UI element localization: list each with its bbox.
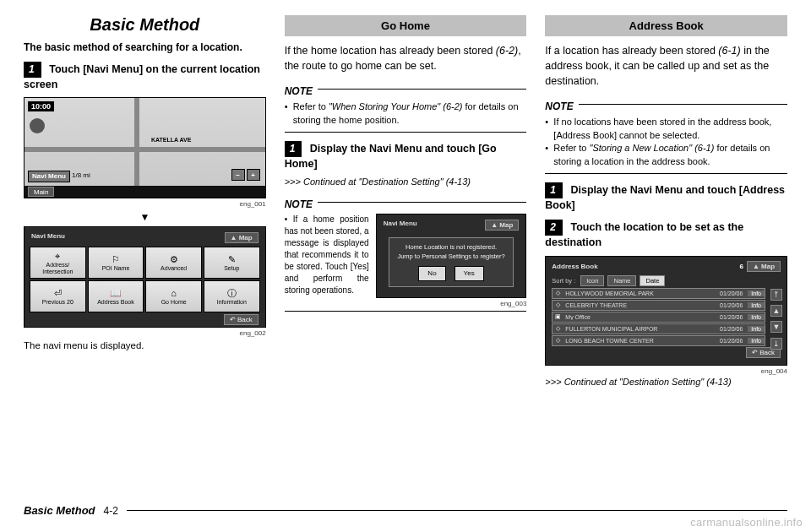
map-clock: 10:00 xyxy=(28,101,54,111)
menu-information[interactable]: ⓘInformation xyxy=(204,280,260,312)
dialog-yes-button[interactable]: Yes xyxy=(454,266,484,280)
info-button[interactable]: Info xyxy=(748,326,765,332)
page-footer: Basic Method 4-2 xyxy=(24,504,787,517)
step-1-text: Touch [Navi Menu] on the current locatio… xyxy=(24,63,260,90)
menu-setup[interactable]: ✎Setup xyxy=(204,247,260,279)
advanced-icon: ⚙ xyxy=(170,254,178,264)
image-id-2: eng_002 xyxy=(24,329,266,337)
map-road-horizontal xyxy=(24,147,265,152)
note-end-rule-2 xyxy=(285,311,527,312)
book-map-button[interactable]: ▲ Map xyxy=(747,261,781,272)
note-end-rule xyxy=(285,132,527,133)
footer-rule xyxy=(127,510,787,512)
navi-menu-button[interactable]: Navi Menu xyxy=(28,171,70,183)
page-title: Basic Method xyxy=(24,15,266,35)
compass-icon xyxy=(30,118,45,133)
menu-previous-20[interactable]: ⏎Previous 20 xyxy=(30,280,86,312)
dialog-map-button[interactable]: ▲ Map xyxy=(485,220,519,231)
info-button[interactable]: Info xyxy=(748,302,765,308)
scroll-down-button[interactable]: ▼ xyxy=(770,321,782,333)
location-icon: ◇ xyxy=(552,301,563,308)
go-home-body: If the home location has already been st… xyxy=(285,43,527,73)
map-scale: 1/8 mi xyxy=(72,171,90,179)
screenshot-navi-menu: Navi Menu ▲ Map ⌖Address/ Intersection ⚐… xyxy=(24,226,266,328)
list-item[interactable]: ◇CELEBRITY THEATRE01/20/06Info xyxy=(552,300,765,311)
setup-icon: ✎ xyxy=(228,254,236,264)
step-1-number: 1 xyxy=(24,62,41,78)
dialog-no-button[interactable]: No xyxy=(418,266,445,280)
main-button[interactable]: Main xyxy=(28,187,54,197)
continued-ref-2: >>> Continued at "Destination Setting" (… xyxy=(545,377,787,387)
list-item[interactable]: ◇HOLLYWOOD MEMORIAL PARK01/20/06Info xyxy=(552,288,765,299)
step-number: 1 xyxy=(285,141,302,157)
sort-by-icon[interactable]: Icon xyxy=(580,275,604,286)
note-end-rule-3 xyxy=(545,173,787,174)
address-icon: ⌖ xyxy=(55,251,60,261)
dialog-message: Home Location is not registered. Jump to… xyxy=(389,237,514,286)
column-go-home: Go Home If the home location has already… xyxy=(285,15,527,394)
scroll-top-button[interactable]: ⤒ xyxy=(770,289,782,301)
screenshot-map: 10:00 KATELLA AVE Navi Menu 1/8 mi − + M… xyxy=(24,97,266,198)
step-number: 2 xyxy=(545,220,563,236)
info-button[interactable]: Info xyxy=(748,338,765,344)
image-id-1: eng_001 xyxy=(24,200,266,208)
section-go-home: Go Home xyxy=(285,15,527,36)
step-text: Touch the location to be set as the dest… xyxy=(545,221,743,248)
map-button[interactable]: ▲ Map xyxy=(225,232,259,243)
info-button[interactable]: Info xyxy=(748,290,765,296)
scroll-up-button[interactable]: ▲ xyxy=(770,305,782,317)
address-book-step-2: 2 Touch the location to be set as the de… xyxy=(545,220,787,250)
sort-by-date[interactable]: Date xyxy=(640,275,665,286)
menu-poi-name[interactable]: ⚐POI Name xyxy=(88,247,144,279)
menu-address-book[interactable]: 📖Address Book xyxy=(88,280,144,312)
down-arrow-icon: ▼ xyxy=(24,211,266,223)
section-address-book: Address Book xyxy=(545,15,787,36)
note-rule-line-2 xyxy=(318,202,526,203)
location-icon: ▣ xyxy=(552,313,563,320)
info-button[interactable]: Info xyxy=(748,314,765,320)
list-item[interactable]: ▣My Office01/20/06Info xyxy=(552,312,765,323)
book-icon: 📖 xyxy=(110,288,122,298)
sort-label: Sort by : xyxy=(552,277,575,285)
back-button[interactable]: ↶ Back xyxy=(224,314,259,325)
screenshot-home-dialog: Navi Menu ▲ Map Home Location is not reg… xyxy=(376,214,527,298)
step-1: 1 Touch [Navi Menu] on the current locat… xyxy=(24,62,266,92)
note-list: Refer to "When Storing Your Home" (6-2) … xyxy=(285,100,527,127)
sort-bar: Sort by : Icon Name Date xyxy=(548,274,784,288)
map-footer: Main xyxy=(24,186,265,198)
address-book-body: If a location has already been stored (6… xyxy=(545,43,787,89)
note-rule-line xyxy=(318,89,526,90)
column-address-book: Address Book If a location has already b… xyxy=(545,15,787,394)
note-rule-line-3 xyxy=(579,104,787,105)
menu-caption: The navi menu is displayed. xyxy=(24,340,266,350)
zoom-in-button[interactable]: + xyxy=(247,169,260,181)
footer-section: Basic Method xyxy=(24,504,95,517)
menu-go-home[interactable]: ⌂Go Home xyxy=(145,280,202,312)
note-heading-2: NOTE xyxy=(285,198,313,210)
address-rows: ◇HOLLYWOOD MEMORIAL PARK01/20/06Info ◇CE… xyxy=(548,288,784,346)
scroll-bottom-button[interactable]: ⤓ xyxy=(770,338,782,350)
list-item[interactable]: ◇LONG BEACH TOWNE CENTER01/20/06Info xyxy=(552,335,765,346)
image-id-3: eng_003 xyxy=(376,300,527,307)
menu-advanced[interactable]: ⚙Advanced xyxy=(145,247,202,279)
zoom-out-button[interactable]: − xyxy=(231,169,245,181)
image-id-4: eng_004 xyxy=(545,367,787,375)
note-item: Refer to "Storing a New Location" (6-1) … xyxy=(545,142,787,168)
step-text: Display the Navi Menu and touch [Address… xyxy=(545,184,785,211)
column-basic-method: Basic Method The basic method of searchi… xyxy=(24,15,266,394)
book-title: Address Book xyxy=(552,263,597,270)
step-text: Display the Navi Menu and touch [Go Home… xyxy=(285,143,497,170)
footer-page: 4-2 xyxy=(104,505,118,517)
menu-address-intersection[interactable]: ⌖Address/ Intersection xyxy=(30,247,86,279)
home-icon: ⌂ xyxy=(171,288,177,298)
location-icon: ◇ xyxy=(552,325,563,332)
continued-ref: >>> Continued at "Destination Setting" (… xyxy=(285,176,527,187)
note-home-not-stored: If a home position has not been stored, … xyxy=(285,214,369,296)
sort-by-name[interactable]: Name xyxy=(607,275,636,286)
note-item: Refer to "When Storing Your Home" (6-2) … xyxy=(285,100,527,127)
dialog-title: Navi Menu xyxy=(384,220,417,231)
map-zoom-controls: − + xyxy=(231,169,260,181)
book-page-count: 6 xyxy=(739,263,743,270)
list-item[interactable]: ◇FULLERTON MUNICIPAL AIRPOR01/20/06Info xyxy=(552,323,765,334)
map-road-label: KATELLA AVE xyxy=(151,137,191,143)
